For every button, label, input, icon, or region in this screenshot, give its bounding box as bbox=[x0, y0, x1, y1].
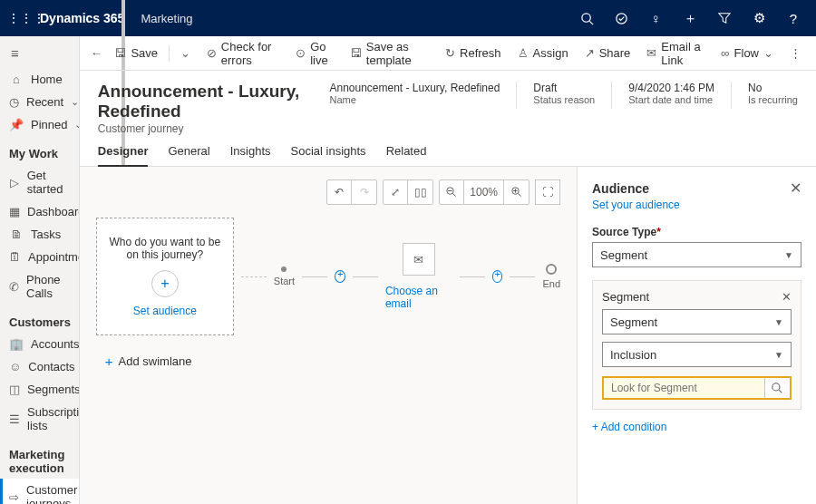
add-icon[interactable]: ＋ bbox=[675, 0, 705, 36]
remove-segment-button[interactable]: ✕ bbox=[782, 290, 792, 304]
fullscreen-button[interactable]: ⛶ bbox=[535, 179, 560, 205]
email-link-button[interactable]: ✉Email a Link bbox=[639, 40, 712, 67]
home-icon: ⌂ bbox=[9, 73, 24, 86]
refresh-button[interactable]: ↻Refresh bbox=[438, 46, 509, 60]
sidebar-item-pinned[interactable]: 📌Pinned⌄ bbox=[0, 113, 79, 136]
sidebar-item-label: Recent bbox=[26, 95, 63, 109]
expand-button[interactable]: ⤢ bbox=[383, 179, 408, 205]
chevron-down-icon: ▼ bbox=[774, 350, 783, 360]
page-subtitle: Customer journey bbox=[98, 122, 314, 135]
back-button[interactable]: ← bbox=[87, 46, 106, 60]
save-dropdown[interactable]: ⌄ bbox=[173, 46, 198, 60]
save-icon: 🖫 bbox=[114, 46, 126, 60]
golive-icon: ⊙ bbox=[296, 46, 306, 60]
zoom-in-button[interactable] bbox=[504, 179, 529, 205]
panel-subtitle-link[interactable]: Set your audience bbox=[592, 199, 801, 211]
tab-general[interactable]: General bbox=[168, 144, 209, 166]
assign-button[interactable]: ♙Assign bbox=[510, 46, 576, 60]
sidebar-item-accounts[interactable]: 🏢Accounts bbox=[0, 333, 79, 355]
header-field-status: DraftStatus reason bbox=[533, 82, 595, 105]
segment-icon: ◫ bbox=[9, 383, 20, 396]
share-icon: ↗ bbox=[585, 46, 595, 60]
add-node-button[interactable] bbox=[492, 270, 503, 283]
zoom-out-button[interactable] bbox=[439, 179, 464, 205]
set-audience-link[interactable]: Set audience bbox=[133, 305, 197, 317]
add-audience-button[interactable]: + bbox=[151, 270, 179, 297]
sidebar-item-getstarted[interactable]: ▷Get started bbox=[0, 164, 79, 200]
sidebar-item-dashboards[interactable]: ▦Dashboards bbox=[0, 200, 79, 223]
add-node-button[interactable] bbox=[335, 270, 345, 283]
add-condition-link[interactable]: + Add condition bbox=[592, 421, 666, 433]
zoom-level[interactable]: 100% bbox=[464, 179, 504, 205]
sidebar-item-home[interactable]: ⌂Home bbox=[0, 68, 79, 91]
flow-button[interactable]: ∞Flow⌄ bbox=[714, 46, 781, 60]
segment-label: Segment bbox=[602, 290, 649, 304]
tab-designer[interactable]: Designer bbox=[98, 144, 149, 167]
search-icon[interactable] bbox=[571, 0, 602, 36]
sidebar-item-tasks[interactable]: 🗎Tasks bbox=[0, 223, 79, 246]
hamburger-icon[interactable]: ≡ bbox=[0, 42, 79, 68]
sidebar-item-contacts[interactable]: ☺Contacts bbox=[0, 355, 79, 378]
sidebar-section: Customers bbox=[0, 305, 79, 333]
undo-button[interactable]: ↶ bbox=[326, 179, 352, 205]
search-button[interactable] bbox=[764, 378, 790, 398]
app-launcher-icon[interactable]: ⋮⋮⋮ bbox=[7, 11, 36, 25]
sidebar-item-label: Subscription lists bbox=[27, 405, 80, 432]
tab-social-insights[interactable]: Social insights bbox=[291, 144, 366, 166]
sidebar-item-journeys[interactable]: ⇨Customer journeys bbox=[0, 479, 79, 504]
svg-point-2 bbox=[616, 13, 626, 23]
more-icon: ⋮ bbox=[790, 46, 801, 60]
sidebar-item-label: Tasks bbox=[31, 228, 61, 241]
sidebar-item-segments[interactable]: ◫Segments bbox=[0, 378, 79, 401]
share-button[interactable]: ↗Share bbox=[578, 46, 638, 60]
svg-line-5 bbox=[453, 194, 456, 197]
audience-start-tile[interactable]: Who do you want to be on this journey? +… bbox=[96, 218, 234, 335]
chevron-down-icon: ⌄ bbox=[763, 46, 773, 60]
sidebar-item-phonecalls[interactable]: ✆Phone Calls bbox=[0, 268, 79, 305]
cmd-label: Flow bbox=[734, 46, 759, 60]
sidebar-section: Marketing execution bbox=[0, 437, 79, 479]
filter-icon[interactable] bbox=[709, 0, 740, 36]
email-node[interactable]: ✉ bbox=[403, 243, 435, 276]
sidebar-item-recent[interactable]: ◷Recent⌄ bbox=[0, 91, 79, 113]
source-type-select[interactable]: Segment▼ bbox=[592, 242, 801, 267]
add-swimlane-label: Add swimlane bbox=[119, 354, 192, 368]
help-icon[interactable]: ? bbox=[778, 0, 809, 36]
gear-icon[interactable]: ⚙ bbox=[743, 0, 774, 36]
segment-search bbox=[602, 376, 792, 400]
svg-line-11 bbox=[779, 390, 782, 393]
save-button[interactable]: 🖫Save bbox=[107, 46, 165, 60]
save-template-button[interactable]: 🖫Save as template bbox=[343, 40, 436, 67]
sidebar-item-label: Phone Calls bbox=[26, 273, 70, 300]
map-button[interactable]: ▯▯ bbox=[408, 179, 433, 205]
overflow-button[interactable]: ⋮ bbox=[782, 46, 809, 60]
dashboard-icon: ▦ bbox=[9, 205, 20, 218]
sidebar-item-label: Customer journeys bbox=[26, 483, 77, 504]
template-icon: 🖫 bbox=[350, 46, 362, 60]
cmd-label: Share bbox=[599, 46, 631, 60]
segment-search-input[interactable] bbox=[604, 378, 764, 398]
inclusion-select[interactable]: Inclusion▼ bbox=[602, 342, 792, 367]
command-bar: ← 🖫Save ⌄ ⊘Check for errors ⊙Go live 🖫Sa… bbox=[80, 36, 816, 71]
plus-icon: + bbox=[105, 354, 113, 369]
check-icon: ⊘ bbox=[207, 46, 217, 60]
task-icon[interactable] bbox=[606, 0, 636, 36]
sidebar-item-label: Home bbox=[31, 73, 63, 86]
go-live-button[interactable]: ⊙Go live bbox=[288, 40, 341, 67]
sidebar-item-sublists[interactable]: ☰Subscription lists bbox=[0, 401, 79, 437]
header-field-recurring: NoIs recurring bbox=[748, 82, 798, 105]
source-type-label: Source Type* bbox=[592, 226, 801, 238]
sidebar-item-label: Get started bbox=[27, 169, 70, 196]
sidebar-item-appointments[interactable]: 🗓Appointments bbox=[0, 246, 79, 268]
choose-email-link[interactable]: Choose an email bbox=[385, 285, 452, 310]
sidebar: ≡ ⌂Home ◷Recent⌄ 📌Pinned⌄ My Work ▷Get s… bbox=[0, 36, 80, 504]
tab-insights[interactable]: Insights bbox=[230, 144, 271, 166]
add-swimlane-button[interactable]: +Add swimlane bbox=[105, 354, 560, 369]
lightbulb-icon[interactable]: ♀ bbox=[640, 0, 671, 36]
segment-type-select[interactable]: Segment▼ bbox=[602, 309, 792, 334]
tab-related[interactable]: Related bbox=[386, 144, 427, 166]
redo-button[interactable]: ↷ bbox=[352, 179, 377, 205]
check-errors-button[interactable]: ⊘Check for errors bbox=[199, 40, 287, 67]
module-title: Marketing bbox=[141, 12, 192, 25]
close-panel-button[interactable]: ✕ bbox=[790, 179, 801, 197]
